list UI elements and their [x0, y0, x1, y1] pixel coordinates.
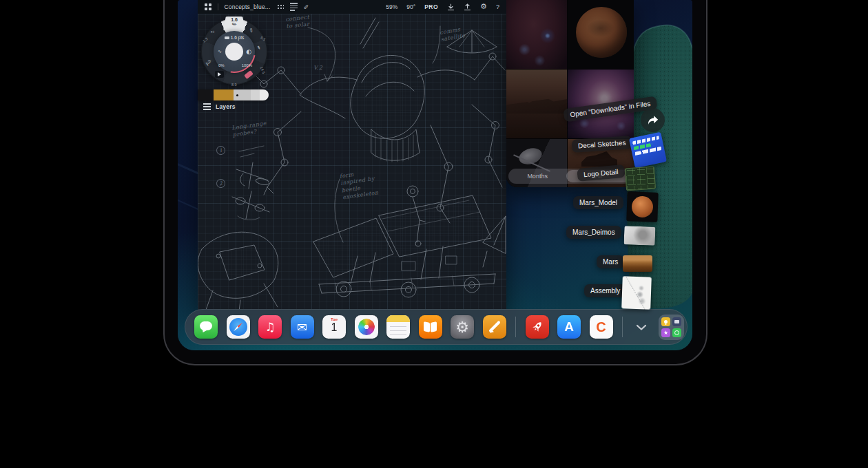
dim-overlay [506, 0, 634, 187]
gear-icon[interactable]: ⚙ [480, 3, 487, 10]
app-grid-icon[interactable] [205, 3, 211, 10]
pencil-icon: ✎ [231, 21, 238, 28]
tool-wheel-disc[interactable]: 1.6 pts ∿ ◐ 0% 100% [214, 31, 255, 72]
dock: ♫ ✉ Tue 1 [185, 309, 688, 345]
dock-app-settings[interactable]: ⚙ [451, 315, 474, 339]
drag-thumb-mars-deimos[interactable] [624, 226, 656, 246]
note-version: V.2 [313, 65, 322, 72]
photos-flower-icon [358, 319, 375, 335]
color-palette-strip [198, 89, 269, 100]
gear-icon: ⚙ [451, 315, 474, 339]
zoom-level[interactable]: 59% [386, 3, 397, 10]
size-chip-icon [225, 36, 229, 39]
selected-dot [236, 94, 238, 96]
opacity-icon: ◐ [246, 48, 251, 55]
book-icon [424, 321, 430, 332]
document-title[interactable]: Concepts_blue... [225, 3, 271, 10]
dock-divider [515, 317, 516, 337]
dock-app-photos[interactable] [355, 315, 378, 339]
dock-app-messages[interactable] [194, 315, 218, 339]
ipad-device: Concepts_blue... ✎ 59% 90° PRO [163, 0, 707, 365]
swatch-light-gray[interactable] [251, 89, 260, 100]
photos-app-window: Months All [506, 0, 634, 187]
chevron-down-icon [636, 324, 647, 330]
dock-app-notes[interactable] [386, 315, 410, 339]
concepts-app-window: Concepts_blue... ✎ 59% 90° PRO [198, 0, 506, 311]
dock-app-appstore[interactable]: A [557, 315, 581, 339]
layers-button[interactable]: Layers [203, 103, 236, 110]
camera-mini-icon [672, 317, 681, 326]
note-beetle: form inspired by beetle exoskeleton [339, 169, 379, 202]
drag-thumb-mars-model[interactable] [626, 191, 658, 222]
dock-app-books[interactable] [419, 315, 442, 339]
dock-app-calendar[interactable]: Tue 1 [322, 315, 346, 339]
help-button[interactable]: ? [496, 3, 499, 10]
dock-app-safari[interactable] [227, 315, 250, 339]
drag-item-label[interactable]: Mars [597, 255, 624, 268]
book-icon [431, 321, 437, 332]
import-icon[interactable] [447, 3, 455, 11]
segment-size: 8.9 [231, 83, 237, 87]
concepts-toolbar: Concepts_blue... ✎ 59% 90° PRO [198, 0, 506, 14]
fitness-mini-icon [672, 328, 681, 337]
compass-icon [229, 318, 247, 336]
pro-badge[interactable]: PRO [424, 3, 438, 10]
tips-mini-icon [661, 317, 670, 326]
calendar-day: 1 [322, 321, 346, 334]
segment-months[interactable]: Months [508, 173, 566, 180]
stage: Concepts_blue... ✎ 59% 90° PRO [0, 0, 868, 468]
ipad-screen: Concepts_blue... ✎ 59% 90° PRO [178, 0, 692, 350]
dot-grid-icon[interactable] [277, 3, 284, 10]
dock-collapse-chevron[interactable] [632, 315, 650, 339]
dock-app-mail[interactable]: ✉ [291, 315, 314, 339]
drag-item-label[interactable]: Assembly [584, 284, 626, 297]
drag-thumb-assembly[interactable] [621, 276, 652, 309]
share-arrow-button[interactable] [641, 108, 665, 132]
dock-app-rocket[interactable] [526, 315, 549, 339]
opacity-min: 0% [218, 63, 225, 67]
drag-thumb-logo-detail[interactable] [625, 167, 656, 191]
hamburger-icon [203, 106, 211, 107]
notes-lines [390, 326, 406, 336]
smoothing-icon: ∿ [218, 49, 222, 54]
stylus-icon[interactable]: ✎ [302, 4, 309, 10]
segment-size: 14.5 [260, 66, 267, 74]
notes-header [386, 315, 410, 322]
music-note-icon: ♫ [258, 315, 282, 339]
star-mini-icon: ★ [661, 328, 670, 337]
swatch-gray-selected[interactable] [234, 89, 251, 100]
swatch-gold[interactable] [214, 89, 234, 100]
rotation-angle[interactable]: 90° [406, 3, 415, 10]
tool-wheel[interactable]: 1.6 ✎ ∿ ✎ ✒ Aa 1.3 9.5 14.5 8.9 1.6 pts [201, 19, 267, 85]
drag-thumb-mars[interactable] [623, 255, 652, 272]
menu-lines-icon[interactable] [290, 3, 298, 11]
drag-item-label[interactable]: Mars_Model [573, 196, 623, 209]
dock-app-c[interactable]: C [590, 315, 613, 339]
stroke-size-label: 1.6 pts [214, 35, 255, 40]
dock-app-music[interactable]: ♫ [258, 315, 282, 339]
active-tool-segment[interactable]: 1.6 ✎ [223, 17, 245, 30]
pen-nib-icon [487, 329, 494, 336]
drag-item-label[interactable]: Mars_Deimos [566, 226, 621, 239]
export-icon[interactable] [464, 3, 471, 11]
swatch-black[interactable] [198, 89, 214, 100]
c-logo-icon: C [590, 315, 613, 339]
divider [218, 3, 218, 10]
opacity-max: 100% [242, 63, 252, 67]
envelope-icon: ✉ [291, 315, 314, 339]
rocket-icon [527, 317, 546, 337]
appstore-a-icon: A [557, 315, 581, 339]
dock-divider [622, 317, 623, 337]
marker-tool-icon [215, 71, 224, 78]
dock-app-sketch[interactable] [483, 315, 506, 339]
color-preview[interactable] [225, 43, 243, 61]
layers-label: Layers [216, 103, 236, 110]
app-library-icon[interactable]: ★ [659, 315, 684, 340]
share-arrow-icon [647, 115, 659, 125]
note-connect: connect to solar [285, 14, 311, 30]
